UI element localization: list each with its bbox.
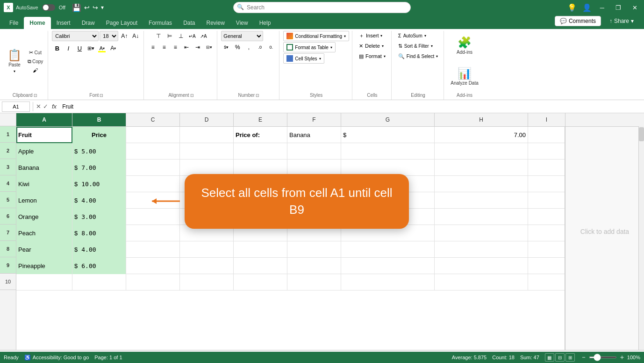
- underline-btn[interactable]: U: [74, 43, 85, 53]
- cell-reference-box[interactable]: [2, 102, 30, 112]
- cell-I8[interactable]: [528, 241, 565, 258]
- cell-H10[interactable]: [435, 274, 528, 290]
- col-header-B[interactable]: B: [72, 113, 126, 126]
- cell-H8[interactable]: [435, 241, 528, 258]
- addins-btn[interactable]: 🧩 Add-ins: [454, 31, 475, 61]
- cell-D9[interactable]: [180, 258, 234, 274]
- cell-B5[interactable]: $ 4.00: [72, 192, 126, 209]
- cell-F10[interactable]: [287, 274, 341, 290]
- row-num-6[interactable]: 6: [0, 208, 16, 225]
- col-header-C[interactable]: C: [126, 113, 180, 126]
- autosum-btn[interactable]: Σ AutoSum ▾: [395, 31, 429, 40]
- merge-center-btn[interactable]: ⊟▾: [204, 42, 214, 52]
- align-bottom-btn[interactable]: ⊥: [176, 31, 186, 41]
- tab-view[interactable]: View: [230, 17, 254, 29]
- format-as-table-btn[interactable]: Format as Table ▾: [283, 42, 336, 52]
- right-panel-add-data[interactable]: Click to add data: [565, 113, 644, 350]
- cell-I2[interactable]: [528, 143, 565, 160]
- cell-A7[interactable]: Peach: [16, 225, 72, 241]
- tab-insert[interactable]: Insert: [51, 17, 76, 29]
- fill-color-btn[interactable]: A ▾: [97, 43, 107, 53]
- find-select-btn[interactable]: 🔍 Find & Select ▾: [395, 51, 441, 61]
- analyze-data-btn[interactable]: 📊 Analyze Data: [448, 62, 481, 92]
- cell-I7[interactable]: [528, 225, 565, 241]
- tab-data[interactable]: Data: [178, 17, 200, 29]
- cell-E3[interactable]: [234, 160, 287, 176]
- zoom-in-btn[interactable]: ＋: [619, 353, 625, 362]
- normal-view-btn[interactable]: ▦: [545, 353, 554, 362]
- cell-G2[interactable]: [341, 143, 435, 160]
- cell-H2[interactable]: [435, 143, 528, 160]
- align-center-btn[interactable]: ≡: [159, 42, 169, 52]
- cell-F9[interactable]: [287, 258, 341, 274]
- angle-btn[interactable]: ↗A: [198, 31, 208, 41]
- font-size-select[interactable]: 18: [100, 31, 118, 41]
- row-num-3[interactable]: 3: [0, 159, 16, 175]
- row-num-7[interactable]: 7: [0, 225, 16, 241]
- format-painter-button[interactable]: 🖌: [26, 66, 45, 74]
- col-header-H[interactable]: H: [435, 113, 528, 126]
- redo-btn[interactable]: ↪: [93, 4, 98, 11]
- cell-C4[interactable]: [126, 176, 180, 192]
- confirm-formula-btn[interactable]: ✓: [43, 103, 48, 110]
- conditional-formatting-btn[interactable]: Conditional Formatting ▾: [283, 31, 349, 41]
- sort-filter-btn[interactable]: ⇅ Sort & Filter ▾: [395, 41, 436, 51]
- align-left-btn[interactable]: ≡: [148, 42, 158, 52]
- minimize-btn[interactable]: ─: [597, 4, 607, 11]
- align-top-btn[interactable]: ⊤: [153, 31, 164, 41]
- percent-btn[interactable]: %: [232, 42, 243, 52]
- increase-font-btn[interactable]: A↑: [119, 31, 129, 41]
- tab-home[interactable]: Home: [24, 17, 50, 29]
- col-header-I[interactable]: I: [528, 113, 565, 126]
- font-name-select[interactable]: Calibri: [52, 31, 99, 41]
- cell-A3[interactable]: Banana: [16, 160, 72, 176]
- align-middle-btn[interactable]: ⊨: [165, 31, 175, 41]
- cell-A4[interactable]: Kiwi: [16, 176, 72, 192]
- number-dialog-icon[interactable]: ⊡: [256, 93, 259, 98]
- page-break-view-btn[interactable]: ⊞: [565, 353, 575, 362]
- cell-C8[interactable]: [126, 241, 180, 258]
- cell-C7[interactable]: [126, 225, 180, 241]
- cell-D10[interactable]: [180, 274, 234, 290]
- tab-page-layout[interactable]: Page Layout: [100, 17, 143, 29]
- cell-H4[interactable]: [435, 176, 528, 192]
- cell-I3[interactable]: [528, 160, 565, 176]
- tab-review[interactable]: Review: [200, 17, 230, 29]
- decrease-decimal-btn[interactable]: 0.: [266, 42, 276, 52]
- cell-A6[interactable]: Orange: [16, 209, 72, 225]
- cancel-formula-btn[interactable]: ✕: [36, 103, 41, 110]
- page-layout-view-btn[interactable]: ⊟: [555, 353, 565, 362]
- cell-G9[interactable]: [341, 258, 435, 274]
- close-btn[interactable]: ✕: [630, 4, 640, 11]
- cell-E10[interactable]: [234, 274, 287, 290]
- cell-B10[interactable]: [72, 274, 126, 290]
- col-header-D[interactable]: D: [180, 113, 234, 126]
- cell-D8[interactable]: [180, 241, 234, 258]
- cell-F1[interactable]: Banana: [287, 127, 341, 143]
- align-right-btn[interactable]: ≡: [170, 42, 180, 52]
- row-num-1[interactable]: 1: [0, 126, 16, 143]
- bold-btn[interactable]: B: [52, 43, 62, 53]
- row-num-9[interactable]: 9: [0, 257, 16, 274]
- font-color-btn[interactable]: A ▾: [108, 43, 118, 53]
- account-icon[interactable]: 👤: [582, 3, 592, 12]
- cell-styles-btn[interactable]: Cell Styles ▾: [283, 53, 324, 64]
- tab-formulas[interactable]: Formulas: [143, 17, 178, 29]
- cell-E9[interactable]: [234, 258, 287, 274]
- cell-E8[interactable]: [234, 241, 287, 258]
- cell-B9[interactable]: $ 6.00: [72, 258, 126, 274]
- cell-I9[interactable]: [528, 258, 565, 274]
- comments-button[interactable]: 💬 Comments: [555, 16, 601, 26]
- tab-file[interactable]: File: [4, 17, 24, 29]
- autosave-toggle[interactable]: [42, 4, 55, 11]
- copy-button[interactable]: ⧉ Copy: [26, 58, 45, 65]
- cut-button[interactable]: ✂ Cut: [26, 49, 45, 57]
- cell-C9[interactable]: [126, 258, 180, 274]
- row-num-8[interactable]: 8: [0, 241, 16, 257]
- cell-C1[interactable]: [126, 127, 180, 143]
- cell-G8[interactable]: [341, 241, 435, 258]
- row-num-2[interactable]: 2: [0, 143, 16, 159]
- tab-draw[interactable]: Draw: [76, 17, 100, 29]
- indent-increase-btn[interactable]: ⇥: [193, 42, 203, 52]
- cell-I6[interactable]: [528, 209, 565, 225]
